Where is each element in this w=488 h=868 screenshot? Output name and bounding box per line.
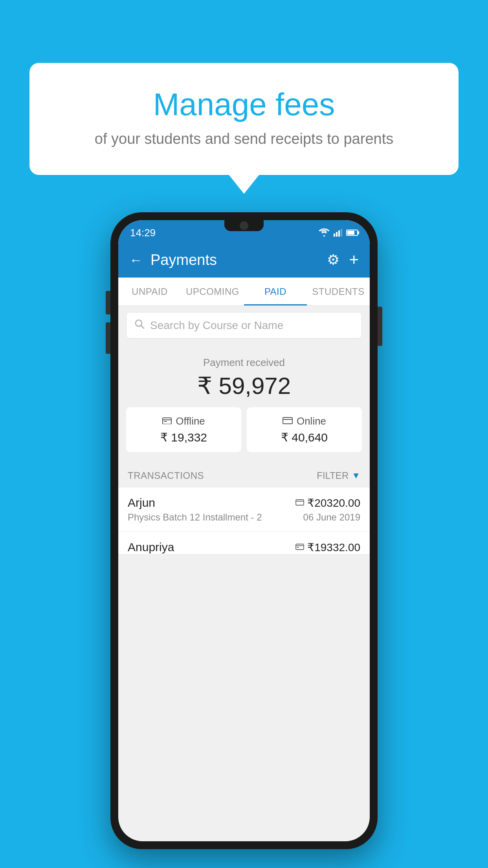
transaction-top-arjun: Arjun ₹20320.00	[128, 496, 360, 509]
payment-received-amount: ₹ 59,972	[126, 372, 362, 399]
app-bar-right: ⚙ +	[327, 250, 359, 269]
offline-card-header: Offline	[132, 415, 235, 427]
tab-students[interactable]: STUDENTS	[307, 278, 370, 305]
search-placeholder: Search by Course or Name	[150, 319, 283, 332]
phone-camera	[240, 221, 248, 230]
svg-rect-2	[338, 230, 340, 237]
online-card: Online ₹ 40,640	[247, 407, 362, 452]
payment-received-section: Payment received ₹ 59,972	[118, 345, 370, 464]
bubble-title: Manage fees	[61, 86, 427, 123]
transaction-amount-arjun: ₹20320.00	[307, 497, 360, 509]
signal-icon	[334, 229, 342, 237]
filter-label: FILTER	[317, 470, 349, 481]
svg-line-5	[141, 326, 144, 328]
offline-label: Offline	[176, 415, 205, 427]
transaction-amount-wrap-arjun: ₹20320.00	[295, 497, 360, 509]
app-bar: ← Payments ⚙ +	[118, 242, 370, 278]
offline-amount: ₹ 19,332	[132, 430, 235, 444]
app-bar-title: Payments	[150, 252, 217, 268]
volume-up-button	[106, 291, 110, 314]
svg-rect-9	[283, 417, 292, 424]
online-card-header: Online	[253, 415, 356, 427]
phone-outer: 14:29	[110, 212, 378, 849]
online-icon	[283, 416, 293, 427]
offline-card: Offline ₹ 19,332	[126, 407, 241, 452]
transactions-label: TRANSACTIONS	[128, 470, 204, 481]
svg-rect-1	[336, 232, 338, 237]
transaction-card-icon-anupriya	[295, 542, 304, 552]
transactions-header: TRANSACTIONS FILTER ▼	[118, 464, 370, 487]
transaction-card-icon-arjun	[295, 498, 304, 508]
tab-upcoming[interactable]: UPCOMING	[181, 278, 244, 305]
transaction-top-anupriya: Anupriya ₹19332.00	[128, 541, 360, 554]
transaction-bottom-arjun: Physics Batch 12 Installment - 2 06 June…	[128, 512, 360, 523]
search-container: Search by Course or Name	[118, 306, 370, 345]
transaction-date-arjun: 06 June 2019	[303, 512, 360, 523]
settings-button[interactable]: ⚙	[327, 252, 339, 268]
transaction-name-arjun: Arjun	[128, 496, 155, 509]
svg-rect-6	[163, 418, 171, 424]
transaction-amount-anupriya: ₹19332.00	[307, 541, 360, 554]
search-icon	[134, 319, 145, 332]
volume-down-button	[106, 322, 110, 354]
svg-rect-8	[164, 421, 167, 422]
battery-icon	[346, 230, 358, 236]
wifi-icon	[319, 228, 330, 237]
online-label: Online	[297, 415, 326, 427]
tab-unpaid[interactable]: UNPAID	[118, 278, 181, 305]
power-button	[378, 307, 382, 346]
back-button[interactable]: ←	[129, 252, 143, 268]
transaction-course-arjun: Physics Batch 12 Installment - 2	[128, 512, 262, 523]
tab-paid[interactable]: PAID	[244, 278, 307, 305]
add-button[interactable]: +	[349, 250, 359, 269]
phone-screen: 14:29	[118, 220, 370, 841]
tabs-bar: UNPAID UPCOMING PAID STUDENTS	[118, 278, 370, 306]
speech-bubble-container: Manage fees of your students and send re…	[29, 63, 459, 175]
app-bar-left: ← Payments	[129, 252, 217, 268]
transaction-row-anupriya[interactable]: Anupriya ₹19332.00	[118, 532, 370, 554]
svg-rect-15	[297, 547, 299, 548]
transaction-row-arjun[interactable]: Arjun ₹20320.00 Physics Batch 12 Install…	[118, 487, 370, 532]
filter-button[interactable]: FILTER ▼	[317, 470, 360, 481]
filter-icon: ▼	[352, 471, 360, 481]
bubble-subtitle: of your students and send receipts to pa…	[61, 131, 427, 147]
status-icons	[319, 228, 358, 237]
search-box[interactable]: Search by Course or Name	[126, 312, 362, 338]
speech-bubble: Manage fees of your students and send re…	[29, 63, 459, 175]
phone-notch	[224, 220, 264, 231]
offline-icon	[162, 416, 172, 427]
svg-rect-0	[334, 234, 335, 237]
payment-cards: Offline ₹ 19,332	[126, 407, 362, 456]
svg-rect-11	[296, 500, 304, 505]
transaction-amount-wrap-anupriya: ₹19332.00	[295, 541, 360, 554]
payment-received-label: Payment received	[126, 357, 362, 369]
svg-rect-3	[341, 229, 342, 237]
transaction-name-anupriya: Anupriya	[128, 541, 174, 554]
online-amount: ₹ 40,640	[253, 430, 356, 444]
status-time: 14:29	[130, 227, 156, 239]
phone-device: 14:29	[110, 212, 378, 849]
